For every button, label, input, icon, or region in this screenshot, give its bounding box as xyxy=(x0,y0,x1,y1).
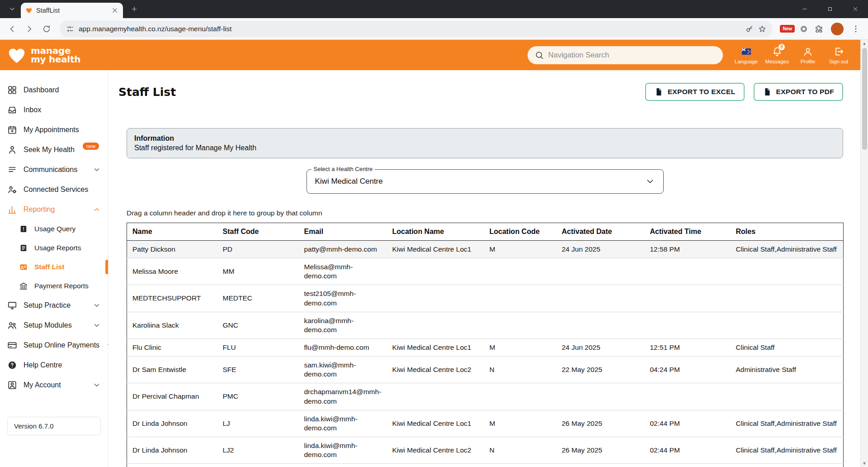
scroll-up-arrow[interactable]: ▲ xyxy=(861,40,868,47)
site-info-icon[interactable] xyxy=(66,25,74,33)
setup-online-payments-icon xyxy=(7,340,17,350)
table-row[interactable]: Melissa MooreMMMelissa@mmh-demo.com xyxy=(127,258,844,285)
sidebar-item-payment-reports[interactable]: Payment Reports xyxy=(0,276,108,295)
sidebar-item-my-account[interactable]: My Account xyxy=(0,375,108,395)
sidebar-item-dashboard[interactable]: Dashboard xyxy=(0,80,108,100)
table-row[interactable]: Flu ClinicFLUflu@mmh-demo.comKiwi Medica… xyxy=(127,338,844,356)
cell-activated-time: 02:44 PM xyxy=(645,437,731,463)
inbox-icon xyxy=(7,105,17,115)
cell-staff-code: PMC xyxy=(217,383,299,410)
sidebar-item-setup-online-payments[interactable]: Setup Online Payments xyxy=(0,335,108,355)
sidebar-item-connected-services[interactable]: Connected Services xyxy=(0,180,108,200)
cell-staff-code: LJ xyxy=(217,410,299,437)
manage-my-health-logo[interactable]: manage my health xyxy=(6,45,80,66)
sidebar-item-label: Communications xyxy=(24,166,77,174)
cell-activated-date: 26 May 2025 xyxy=(557,437,645,463)
sidebar-item-label: Setup Online Payments xyxy=(24,341,99,349)
sidebar-item-staff-list[interactable]: Staff List xyxy=(0,257,108,276)
health-centre-select-label: Select a Health Centre xyxy=(311,166,375,172)
sidebar-item-seek-my-health[interactable]: Seek My Healthnew xyxy=(0,140,108,160)
health-centre-select[interactable]: Select a Health Centre Kiwi Medical Cent… xyxy=(307,169,664,194)
extension-circle-icon[interactable] xyxy=(799,24,808,33)
browser-tab[interactable]: StaffList xyxy=(21,3,123,18)
tab-search-button[interactable] xyxy=(5,2,19,16)
sidebar-item-setup-practice[interactable]: Setup Practice xyxy=(0,295,108,315)
sidebar-item-setup-modules[interactable]: Setup Modules xyxy=(0,315,108,335)
sidebar-item-label: Payment Reports xyxy=(34,282,89,290)
sidebar-item-my-appointments[interactable]: My Appointments xyxy=(0,120,108,140)
reload-button[interactable] xyxy=(39,21,54,37)
tab-close-icon[interactable] xyxy=(111,7,118,14)
cell-activated-date: 26 May 2025 xyxy=(557,410,645,437)
information-box: Information Staff registered for Manage … xyxy=(127,128,843,158)
browser-menu-button[interactable] xyxy=(848,21,863,37)
back-button[interactable] xyxy=(5,21,20,37)
table-row[interactable]: Dr Linda JohnsonLJlinda.kiwi@mmh-demo.co… xyxy=(127,410,844,437)
sidebar-item-communications[interactable]: Communications xyxy=(0,160,108,180)
search-input[interactable] xyxy=(548,51,716,59)
window-maximize-button[interactable] xyxy=(817,0,843,18)
bookmark-star-icon[interactable] xyxy=(758,25,766,33)
header-action-profile[interactable]: Profile xyxy=(796,46,820,64)
table-row[interactable]: Karoliina SlackGNCkarolina@mmh-demo.com xyxy=(127,312,844,338)
navigation-search[interactable] xyxy=(528,46,723,64)
url-text: app.managemyhealth.co.nz/usage-menu/staf… xyxy=(79,25,231,33)
header-action-sign-out[interactable]: Sign out xyxy=(827,46,850,64)
window-close-button[interactable] xyxy=(843,0,868,18)
header-action-messages[interactable]: 0Messages xyxy=(765,46,789,64)
sidebar-item-usage-reports[interactable]: Usage Reports xyxy=(0,238,108,257)
cell-email: karolina@mmh-demo.com xyxy=(299,312,387,338)
account-icon xyxy=(7,380,17,390)
information-text: Staff registered for Manage My Health xyxy=(134,144,835,152)
column-header-roles[interactable]: Roles xyxy=(731,223,844,241)
puzzle-icon xyxy=(814,24,823,33)
sidebar-nav: DashboardInboxMy AppointmentsSeek My Hea… xyxy=(0,80,108,395)
cell-activated-date: 22 May 2025 xyxy=(557,357,645,383)
column-header-location-name[interactable]: Location Name xyxy=(387,223,484,241)
scrollbar-thumb[interactable] xyxy=(862,48,867,150)
search-icon xyxy=(535,51,544,60)
usage-query-icon xyxy=(19,224,28,234)
table-row[interactable]: Dr Joan WilsonJWjwilson@mmh-demo.comKiwi… xyxy=(127,464,844,467)
logo-line2: my health xyxy=(31,55,80,64)
table-row[interactable]: Dr Sam EntwistleSFEsam.kiwi@mmh-demo.com… xyxy=(127,357,844,383)
header-action-language[interactable]: Language xyxy=(735,46,758,64)
table-row[interactable]: Patty DicksonPDpatty@mmh-demo.comKiwi Me… xyxy=(127,241,844,258)
column-header-name[interactable]: Name xyxy=(127,223,217,241)
connected-services-icon xyxy=(7,185,17,195)
column-header-activated-date[interactable]: Activated Date xyxy=(557,223,645,241)
address-bar[interactable]: app.managemyhealth.co.nz/usage-menu/staf… xyxy=(60,21,773,37)
sidebar-item-usage-query[interactable]: Usage Query xyxy=(0,219,108,238)
window-minimize-button[interactable] xyxy=(792,0,817,18)
column-header-email[interactable]: Email xyxy=(299,223,387,241)
new-tab-button[interactable] xyxy=(127,2,141,16)
sidebar-item-help-centre[interactable]: Help Centre xyxy=(0,355,108,375)
column-header-activated-time[interactable]: Activated Time xyxy=(645,223,731,241)
scroll-down-arrow[interactable]: ▼ xyxy=(861,460,868,467)
app-window: manage my health Language0MessagesProfil… xyxy=(0,40,860,467)
profile-icon xyxy=(802,46,813,57)
cell-location-name: Kiwi Medical Centre Loc2 xyxy=(387,357,484,383)
table-row[interactable]: Dr Percival ChapmanPMCdrchapmanvm14@mmh-… xyxy=(127,383,844,410)
sidebar-item-inbox[interactable]: Inbox xyxy=(0,100,108,120)
export-to-excel-button[interactable]: EXPORT TO EXCEL xyxy=(645,83,745,101)
cell-email: drchapmanvm14@mmh-demo.com xyxy=(299,383,387,410)
extensions-puzzle-icon[interactable] xyxy=(811,21,826,37)
cell-activated-date xyxy=(557,285,645,312)
column-header-staff-code[interactable]: Staff Code xyxy=(217,223,299,241)
cell-name: Melissa Moore xyxy=(127,258,217,285)
cell-roles xyxy=(731,312,844,338)
cell-location-code xyxy=(484,258,557,285)
cell-email: patty@mmh-demo.com xyxy=(299,241,387,258)
extension-new-badge[interactable]: New xyxy=(780,25,795,33)
column-header-location-code[interactable]: Location Code xyxy=(484,223,557,241)
messages-badge: 0 xyxy=(778,43,785,51)
password-key-icon[interactable] xyxy=(745,25,754,33)
sidebar-item-reporting[interactable]: Reporting xyxy=(0,200,108,219)
export-to-pdf-button[interactable]: EXPORT TO PDF xyxy=(754,83,844,101)
table-row[interactable]: Dr Linda JohnsonLJ2linda.kiwi@mmh-demo.c… xyxy=(127,437,844,463)
export-doc-icon xyxy=(654,87,663,96)
browser-profile-avatar[interactable] xyxy=(831,23,844,35)
table-row[interactable]: MEDTECHSUPPORTMEDTECtest2105@mmh-demo.co… xyxy=(127,285,844,312)
forward-button[interactable] xyxy=(22,21,37,37)
